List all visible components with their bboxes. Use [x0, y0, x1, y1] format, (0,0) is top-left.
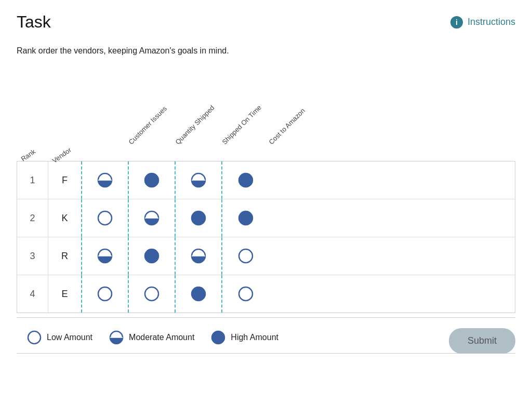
legend-high: High Amount: [211, 330, 278, 345]
quantity_shipped-cell: [129, 237, 176, 275]
svg-point-18: [239, 211, 252, 225]
svg-point-11: [239, 173, 252, 187]
vendor-cell: R: [48, 237, 82, 275]
rank-cell: 2: [17, 199, 48, 237]
rank-cell: 3: [17, 237, 48, 275]
legend-bottom-divider: [17, 353, 515, 354]
svg-point-31: [192, 287, 205, 301]
instructions-label: Instructions: [468, 17, 515, 28]
table-row: 4E: [17, 275, 515, 313]
svg-point-12: [98, 211, 112, 225]
svg-point-30: [145, 287, 158, 301]
quantity_shipped-cell: [129, 275, 176, 313]
quantity_shipped-cell: [129, 161, 176, 199]
page-title: Task: [17, 12, 51, 32]
svg-point-29: [98, 287, 112, 301]
cost_to_amazon-cell: [222, 237, 269, 275]
cost_to_amazon-cell: [222, 161, 269, 199]
shipped_on_time-cell: [176, 275, 222, 313]
vendor-cell: K: [48, 199, 82, 237]
legend-low-label: Low Amount: [47, 333, 92, 342]
customer_issues-cell: [82, 275, 129, 313]
svg-point-38: [212, 331, 224, 344]
table-row: 1F: [17, 161, 515, 199]
quantity_shipped-cell: [129, 199, 176, 237]
legend-moderate: Moderate Amount: [109, 330, 194, 345]
customer_issues-cell: [82, 161, 129, 199]
svg-point-28: [239, 249, 252, 263]
instructions-button[interactable]: i Instructions: [450, 16, 515, 29]
svg-point-33: [28, 331, 41, 344]
high-icon: [211, 330, 225, 345]
table-row: 3R: [17, 237, 515, 275]
svg-point-23: [145, 249, 158, 263]
rank-cell: 4: [17, 275, 48, 313]
legend-high-label: High Amount: [231, 333, 278, 342]
shipped_on_time-cell: [176, 237, 222, 275]
table-row: 2K: [17, 199, 515, 237]
cost_to_amazon-cell: [222, 275, 269, 313]
shipped_on_time-cell: [176, 199, 222, 237]
svg-point-6: [145, 173, 158, 187]
task-description: Rank order the vendors, keeping Amazon's…: [17, 46, 515, 56]
moderate-icon: [109, 330, 124, 345]
svg-point-17: [192, 211, 205, 225]
legend: Low Amount Moderate Amount High Amount: [17, 326, 515, 349]
submit-button[interactable]: Submit: [449, 328, 515, 354]
svg-point-32: [239, 287, 252, 301]
vendor-table: Customer Issues Quantity Shipped Shipped…: [17, 72, 515, 313]
vendor-cell: E: [48, 275, 82, 313]
column-headers: Customer Issues Quantity Shipped Shipped…: [118, 72, 515, 150]
cost_to_amazon-cell: [222, 199, 269, 237]
shipped_on_time-cell: [176, 161, 222, 199]
legend-moderate-label: Moderate Amount: [129, 333, 194, 342]
legend-low: Low Amount: [27, 330, 92, 345]
customer_issues-cell: [82, 237, 129, 275]
low-icon: [27, 330, 42, 345]
customer_issues-cell: [82, 199, 129, 237]
legend-top-divider: [17, 317, 515, 318]
grid: 1F2K3R4E: [17, 161, 515, 313]
info-icon: i: [450, 16, 463, 29]
svg-text:i: i: [456, 18, 458, 26]
